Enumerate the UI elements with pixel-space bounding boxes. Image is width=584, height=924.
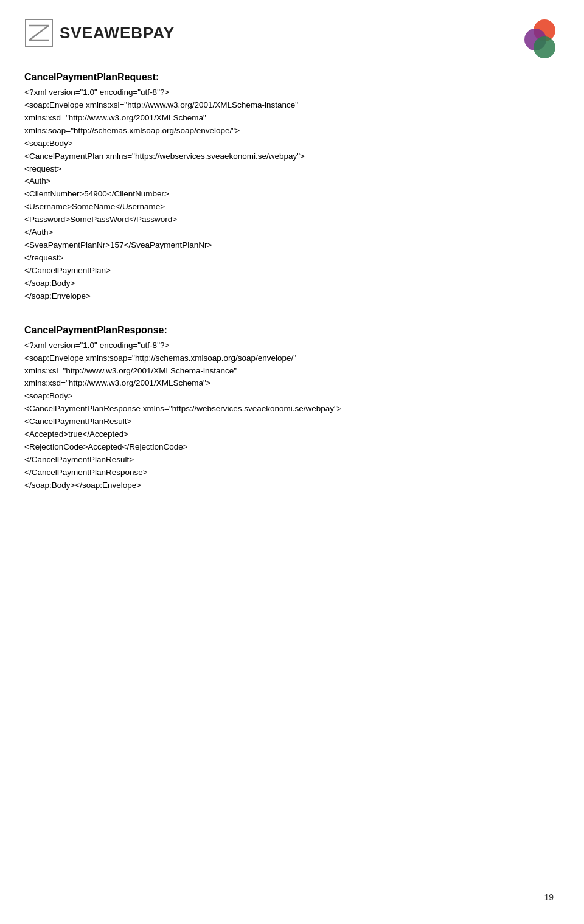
brand-graphic bbox=[517, 18, 560, 61]
request-code: <?xml version="1.0" encoding="utf-8"?> <… bbox=[24, 86, 560, 303]
page-number: 19 bbox=[544, 892, 554, 902]
logo-icon bbox=[24, 18, 54, 47]
svg-point-6 bbox=[534, 36, 555, 58]
response-code: <?xml version="1.0" encoding="utf-8"?> <… bbox=[24, 339, 560, 492]
logo-text: SVEAWEBPAY bbox=[60, 24, 175, 43]
response-section: CancelPaymentPlanResponse: <?xml version… bbox=[24, 325, 560, 492]
page-header: SVEAWEBPAY bbox=[24, 18, 560, 61]
request-section: CancelPaymentPlanRequest: <?xml version=… bbox=[24, 72, 560, 303]
logo-area: SVEAWEBPAY bbox=[24, 18, 175, 47]
response-title: CancelPaymentPlanResponse: bbox=[24, 325, 560, 336]
request-title: CancelPaymentPlanRequest: bbox=[24, 72, 560, 83]
svg-line-3 bbox=[29, 26, 49, 40]
